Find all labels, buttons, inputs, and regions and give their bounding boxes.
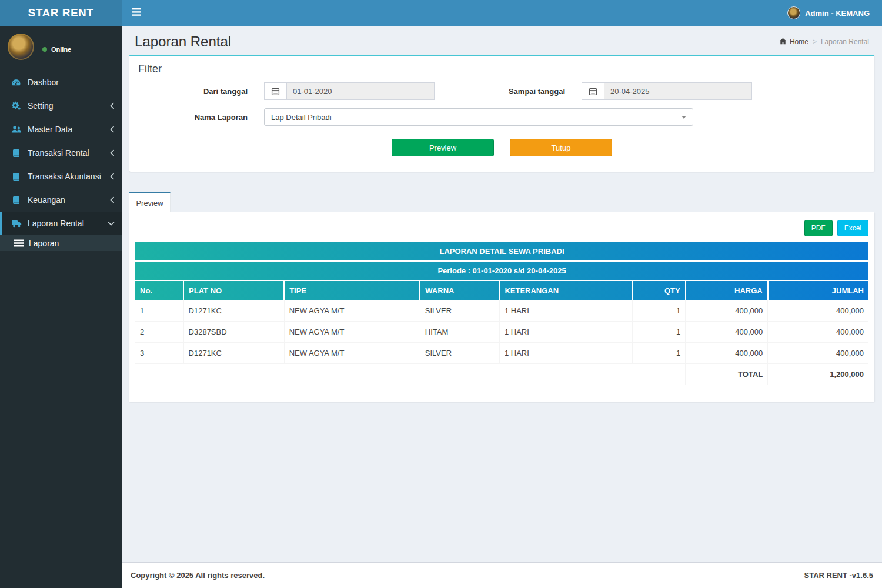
- filter-box: Filter Dari tanggal Sampai tanggal: [129, 55, 874, 172]
- user-avatar: [787, 6, 800, 19]
- chevron-left-icon: [110, 102, 115, 109]
- sidebar-item-keuangan[interactable]: Keuangan: [0, 188, 122, 212]
- tab-preview[interactable]: Preview: [129, 192, 171, 212]
- dari-tanggal-label: Dari tanggal: [138, 87, 248, 96]
- sidebar: Online Dashbor Setting: [0, 26, 122, 588]
- total-spacer: [135, 364, 686, 385]
- sampai-tanggal-input[interactable]: [604, 82, 752, 100]
- sidebar-item-label: Transaksi Akuntansi: [28, 172, 110, 181]
- sidebar-menu: Dashbor Setting Master Data: [0, 71, 122, 251]
- sidebar-item-label: Transaksi Rental: [28, 148, 110, 158]
- cell-plat: D1271KC: [183, 300, 284, 322]
- truck-icon: [11, 219, 28, 228]
- column-header: HARGA: [686, 280, 768, 300]
- online-status-label: Online: [51, 46, 71, 53]
- sidebar-subitem-label: Laporan: [29, 239, 59, 248]
- nama-laporan-value: Lap Detail Pribadi: [271, 113, 332, 122]
- calendar-icon: [264, 82, 286, 100]
- hamburger-icon: [132, 8, 141, 18]
- excel-button[interactable]: Excel: [837, 220, 868, 236]
- cell-keterangan: 1 HARI: [499, 343, 632, 364]
- gears-icon: [11, 101, 28, 111]
- breadcrumb-separator: >: [813, 38, 817, 46]
- users-icon: [11, 125, 28, 133]
- cell-qty: 1: [633, 322, 686, 343]
- cell-keterangan: 1 HARI: [499, 300, 632, 322]
- table-row: 2 D3287SBD NEW AGYA M/T HITAM 1 HARI 1 4…: [135, 322, 868, 343]
- cell-tipe: NEW AGYA M/T: [284, 343, 420, 364]
- sidebar-user-panel: Online: [0, 26, 122, 66]
- sidebar-item-laporan-rental[interactable]: Laporan Rental: [0, 212, 122, 235]
- footer: Copyright © 2025 All rights reserved. ST…: [122, 562, 882, 588]
- cell-harga: 400,000: [686, 300, 768, 322]
- table-row: 3 D1271KC NEW AGYA M/T SILVER 1 HARI 1 4…: [135, 343, 868, 364]
- sidebar-item-transaksi-rental[interactable]: Transaksi Rental: [0, 141, 122, 165]
- cell-jumlah: 400,000: [768, 343, 868, 364]
- table-row: 1 D1271KC NEW AGYA M/T SILVER 1 HARI 1 4…: [135, 300, 868, 322]
- sidebar-item-label: Master Data: [28, 125, 110, 134]
- user-menu[interactable]: Admin - KEMANG: [784, 0, 873, 26]
- sidebar-avatar: [8, 34, 34, 60]
- calendar-icon: [582, 82, 604, 100]
- column-header: TIPE: [284, 280, 420, 300]
- sidebar-item-label: Keuangan: [28, 195, 110, 205]
- column-header: PLAT NO: [183, 280, 284, 300]
- sampai-tanggal-label: Sampai tanggal: [435, 87, 565, 96]
- cell-qty: 1: [633, 300, 686, 322]
- column-header: QTY: [633, 280, 686, 300]
- page-header: Laporan Rental Home > Laporan Rental: [129, 26, 874, 55]
- breadcrumb-home-label: Home: [790, 38, 808, 46]
- cell-plat: D1271KC: [183, 343, 284, 364]
- sidebar-item-dashbor[interactable]: Dashbor: [0, 71, 122, 94]
- sidebar-item-transaksi-akuntansi[interactable]: Transaksi Akuntansi: [0, 165, 122, 188]
- pdf-button[interactable]: PDF: [804, 220, 833, 236]
- column-header: WARNA: [420, 280, 499, 300]
- cell-qty: 1: [633, 343, 686, 364]
- breadcrumb: Home > Laporan Rental: [779, 38, 869, 46]
- brand-logo[interactable]: STAR RENT: [0, 0, 122, 26]
- breadcrumb-current: Laporan Rental: [821, 38, 869, 46]
- preview-panel: PDF Excel LAPORAN DETAIL SEWA PRIBADI Pe…: [129, 212, 874, 402]
- preview-button[interactable]: Preview: [392, 139, 494, 156]
- page-title: Laporan Rental: [135, 34, 231, 50]
- cell-jumlah: 400,000: [768, 300, 868, 322]
- top-bar: STAR RENT Admin - KEMANG: [0, 0, 882, 26]
- report-periode: Periode : 01-01-2020 s/d 20-04-2025: [135, 261, 868, 280]
- home-icon: [779, 38, 787, 46]
- report-column-header-row: No. PLAT NO TIPE WARNA KETERANGAN QTY HA…: [135, 280, 868, 300]
- dashboard-icon: [11, 78, 28, 87]
- cell-plat: D3287SBD: [183, 322, 284, 343]
- column-header: JUMLAH: [768, 280, 868, 300]
- tab-bar: Preview: [129, 192, 874, 212]
- footer-version: STAR RENT -v1.6.5: [804, 571, 873, 580]
- chevron-left-icon: [110, 149, 115, 156]
- report-table: LAPORAN DETAIL SEWA PRIBADI Periode : 01…: [135, 242, 868, 385]
- nama-laporan-label: Nama Laporan: [138, 113, 248, 122]
- navbar: Admin - KEMANG: [122, 0, 882, 26]
- total-row: TOTAL 1,200,000: [135, 364, 868, 385]
- cell-keterangan: 1 HARI: [499, 322, 632, 343]
- sidebar-item-label: Dashbor: [28, 78, 115, 87]
- sidebar-item-master-data[interactable]: Master Data: [0, 118, 122, 141]
- sidebar-toggle-button[interactable]: [122, 0, 151, 26]
- footer-copyright: Copyright © 2025 All rights reserved.: [131, 571, 265, 580]
- total-value: 1,200,000: [768, 364, 868, 385]
- cell-no: 1: [135, 300, 183, 322]
- user-name-label: Admin - KEMANG: [805, 9, 870, 18]
- cell-jumlah: 400,000: [768, 322, 868, 343]
- book-icon: [11, 149, 28, 158]
- cell-tipe: NEW AGYA M/T: [284, 322, 420, 343]
- book-icon: [11, 196, 28, 205]
- sidebar-subitem-laporan[interactable]: Laporan: [0, 235, 122, 251]
- chevron-left-icon: [110, 196, 115, 203]
- dari-tanggal-input[interactable]: [286, 82, 435, 100]
- online-status: Online: [42, 39, 71, 60]
- filter-box-title: Filter: [129, 56, 874, 78]
- chevron-left-icon: [110, 173, 115, 180]
- breadcrumb-home-link[interactable]: Home: [779, 38, 808, 46]
- tutup-button[interactable]: Tutup: [510, 139, 612, 156]
- nama-laporan-select[interactable]: Lap Detail Pribadi: [264, 108, 693, 126]
- chevron-down-icon: [108, 221, 115, 226]
- sidebar-item-setting[interactable]: Setting: [0, 94, 122, 118]
- total-label: TOTAL: [686, 364, 768, 385]
